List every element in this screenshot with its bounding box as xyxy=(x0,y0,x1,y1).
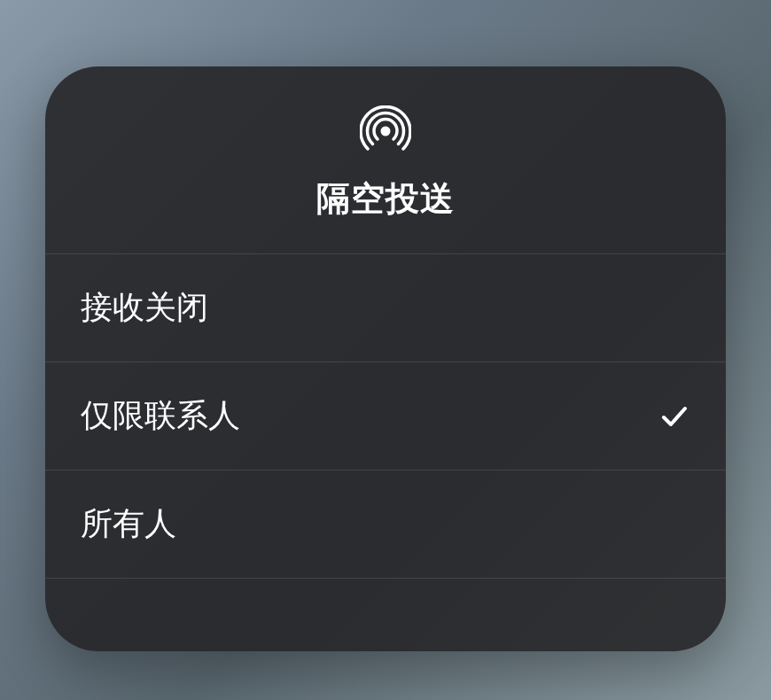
option-contacts-only[interactable]: 仅限联系人 xyxy=(45,362,726,471)
airdrop-icon xyxy=(360,105,411,157)
svg-point-0 xyxy=(381,127,391,136)
option-label: 仅限联系人 xyxy=(81,394,240,438)
checkmark-icon xyxy=(658,401,690,432)
option-list: 接收关闭 仅限联系人 所有人 xyxy=(45,254,726,651)
panel-header: 隔空投送 xyxy=(45,66,726,254)
option-receiving-off[interactable]: 接收关闭 xyxy=(45,254,726,362)
option-everyone[interactable]: 所有人 xyxy=(45,471,726,579)
panel-title: 隔空投送 xyxy=(316,176,455,222)
airdrop-settings-panel: 隔空投送 接收关闭 仅限联系人 所有人 xyxy=(45,66,726,651)
option-label: 所有人 xyxy=(81,502,176,546)
option-label: 接收关闭 xyxy=(81,286,208,330)
